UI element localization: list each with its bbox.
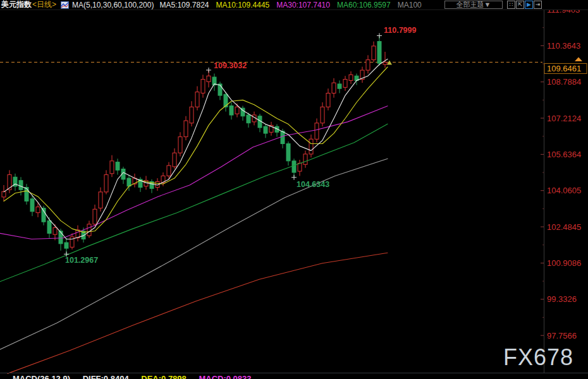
period-selector[interactable]: <日线> xyxy=(32,0,56,10)
svg-text:104.6343: 104.6343 xyxy=(297,180,329,189)
layout-toolbar: ∷ ⇱ ▶ ⇥ xyxy=(507,1,542,9)
svg-text:108.7884: 108.7884 xyxy=(547,77,581,87)
chart-app: 110.7999109.3032104.6343101.2967 111.940… xyxy=(0,0,588,379)
svg-text:104.0605: 104.0605 xyxy=(547,186,581,195)
svg-text:101.2967: 101.2967 xyxy=(65,256,98,265)
macd-footer: MACD(26,12,9) DIFF:0.8404 DEA:0.7898 MAC… xyxy=(13,374,262,379)
svg-text:109.6461: 109.6461 xyxy=(547,64,581,73)
theme-dropdown-button[interactable]: 全部主题▼ xyxy=(444,1,503,9)
svg-text:107.2124: 107.2124 xyxy=(547,114,581,123)
svg-text:100.9086: 100.9086 xyxy=(547,258,581,268)
diff-value: DIFF:0.8404 xyxy=(83,374,129,379)
svg-text:99.3326: 99.3326 xyxy=(547,294,577,304)
pane-expand-icon[interactable]: ⇱ xyxy=(516,1,524,9)
ma10-value: MA10:109.4445 xyxy=(216,1,270,9)
svg-text:109.3032: 109.3032 xyxy=(214,61,247,70)
svg-text:105.6364: 105.6364 xyxy=(547,150,581,159)
svg-text:102.4845: 102.4845 xyxy=(547,222,581,232)
ma5-value: MA5:109.7824 xyxy=(159,1,209,9)
svg-text:97.7566: 97.7566 xyxy=(547,331,577,340)
dea-value: DEA:0.7898 xyxy=(141,374,187,379)
ma60-value: MA60:106.9597 xyxy=(337,1,391,9)
svg-text:110.7999: 110.7999 xyxy=(384,26,416,35)
candles-layer xyxy=(2,36,387,255)
watermark: FX678 xyxy=(503,344,573,371)
chart-thumbnail-icon xyxy=(61,1,69,9)
layout-grid-icon[interactable]: ∷ xyxy=(507,1,515,9)
price-chart-canvas[interactable]: 110.7999109.3032104.6343101.2967 111.940… xyxy=(0,0,588,379)
ma100-value: MA100 xyxy=(398,1,422,9)
macd-value: MACD:0.0833 xyxy=(199,374,251,379)
macd-config-label: MACD(26,12,9) xyxy=(13,374,70,379)
ma30-value: MA30:107.7410 xyxy=(276,1,330,9)
pane-divider xyxy=(0,373,588,373)
pane-shift-icon[interactable]: ⇥ xyxy=(534,1,542,9)
symbol-name: 美元指数 xyxy=(1,0,32,10)
pane-play-icon[interactable]: ▶ xyxy=(525,1,533,9)
price-axis-layer: 111.9403110.3643108.7884107.2124105.6364… xyxy=(541,5,587,373)
ma-config-label: MA(5,10,30,60,100,200) xyxy=(72,1,154,9)
svg-text:110.3643: 110.3643 xyxy=(547,41,580,51)
